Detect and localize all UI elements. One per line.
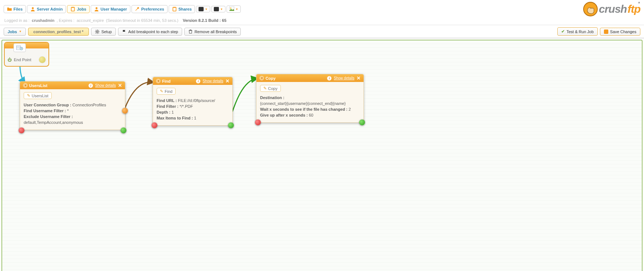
pencil-icon: ✎ bbox=[263, 86, 267, 91]
jobs-dropdown-label: Jobs bbox=[8, 30, 17, 34]
kv-val: */*.PDF bbox=[180, 104, 193, 109]
nav-server-admin[interactable]: Server Admin bbox=[27, 5, 66, 13]
close-icon[interactable]: ✕ bbox=[118, 83, 122, 88]
show-details-link[interactable]: Show details bbox=[334, 76, 354, 80]
kv-key: Find URL : bbox=[157, 98, 177, 103]
nav-files[interactable]: Files bbox=[4, 5, 26, 13]
nav-preferences[interactable]: Preferences bbox=[131, 5, 168, 13]
setup-button[interactable]: Setup bbox=[91, 28, 116, 36]
nav-jobs-label: Jobs bbox=[77, 7, 86, 11]
kv-key: Find Filter : bbox=[157, 104, 178, 109]
wrench-icon bbox=[135, 7, 140, 12]
gear-icon bbox=[95, 30, 99, 34]
add-breakpoint-button[interactable]: Add breakpoint to each step bbox=[118, 28, 182, 36]
status-user: crushadmin bbox=[32, 18, 54, 23]
start-node[interactable]: ⏻ End Point bbox=[4, 42, 49, 67]
end-point-connector[interactable] bbox=[39, 56, 46, 63]
svg-rect-5 bbox=[173, 7, 175, 8]
collapse-icon[interactable]: ▾ bbox=[259, 76, 264, 80]
kv-val: 1 bbox=[172, 110, 174, 114]
card-userslist-title: UsersList bbox=[29, 83, 47, 88]
jobs-dropdown[interactable]: Jobs ▼ bbox=[4, 28, 26, 36]
close-icon[interactable]: ✕ bbox=[225, 78, 229, 84]
card-find[interactable]: ▾ Find i Show details ✕ ✎ Find Find URL … bbox=[153, 77, 233, 126]
person-icon bbox=[94, 7, 99, 12]
card-userslist[interactable]: ▾ UsersList i Show details ✕ ✎ UsersList… bbox=[20, 81, 125, 130]
kv-val: 60 bbox=[309, 113, 313, 117]
status-logged-prefix: Logged in as : bbox=[4, 18, 30, 23]
connector-success[interactable] bbox=[121, 127, 126, 133]
nav-shares-label: Shares bbox=[178, 7, 192, 11]
connector-fail[interactable] bbox=[152, 122, 157, 128]
kv-key: Destination : bbox=[260, 95, 284, 100]
terminal-icon bbox=[199, 7, 204, 11]
add-breakpoint-label: Add breakpoint to each step bbox=[128, 30, 178, 34]
job-toolbar: Jobs ▼ connection_profiles_test * Setup … bbox=[0, 25, 644, 38]
terminal-icon bbox=[214, 7, 219, 11]
fist-icon bbox=[583, 1, 598, 17]
collapse-icon[interactable]: ▾ bbox=[23, 83, 28, 88]
active-job-tab[interactable]: connection_profiles_test * bbox=[28, 28, 89, 36]
pencil-icon: ✎ bbox=[160, 89, 163, 94]
end-point-row[interactable]: ⏻ End Point bbox=[7, 56, 46, 64]
trash-icon bbox=[188, 30, 193, 34]
scroll-up-icon[interactable]: ▴ bbox=[638, 0, 643, 5]
kv-val: 2 bbox=[349, 107, 351, 111]
nav-terminal-1[interactable]: ▼ bbox=[196, 6, 210, 12]
card-copy-edit[interactable]: ✎ Copy bbox=[260, 85, 281, 92]
card-find-edit[interactable]: ✎ Find bbox=[157, 88, 176, 95]
nav-user-manager[interactable]: User Manager bbox=[91, 5, 130, 13]
status-expires: account_expire bbox=[76, 18, 104, 23]
top-tabs-bar: Files Server Admin Jobs User Manager Pre… bbox=[0, 0, 644, 17]
test-run-button[interactable]: ✔ Test & Run Job bbox=[557, 27, 598, 36]
kv-val: 1 bbox=[194, 116, 196, 120]
card-copy-pill-label: Copy bbox=[268, 86, 278, 91]
svg-point-3 bbox=[95, 7, 97, 9]
card-userslist-edit[interactable]: ✎ UsersList bbox=[24, 92, 52, 99]
pencil-icon: ✎ bbox=[27, 93, 30, 98]
nav-preferences-label: Preferences bbox=[141, 7, 164, 11]
connector-success[interactable] bbox=[228, 122, 234, 128]
card-userslist-body: ✎ UsersList User Connection Group : Conn… bbox=[20, 89, 125, 130]
card-userslist-header[interactable]: ▾ UsersList i Show details ✕ bbox=[20, 82, 125, 89]
nav-server-admin-label: Server Admin bbox=[37, 7, 63, 11]
connector-fail[interactable] bbox=[255, 119, 261, 125]
card-find-header[interactable]: ▾ Find i Show details ✕ bbox=[153, 77, 232, 85]
status-version: Version 8.2.1 Build : 65 bbox=[183, 18, 227, 23]
show-details-link[interactable]: Show details bbox=[203, 79, 223, 83]
connector-loop[interactable] bbox=[122, 108, 128, 114]
info-icon: i bbox=[327, 76, 331, 80]
svg-rect-2 bbox=[72, 7, 74, 8]
brand-logo: crushftp bbox=[583, 1, 640, 17]
collapse-icon[interactable]: ▾ bbox=[156, 79, 161, 83]
connector-fail[interactable] bbox=[19, 127, 24, 133]
workflow-canvas[interactable]: ⏻ End Point ▾ UsersList i Show details ✕… bbox=[1, 40, 643, 271]
show-details-link[interactable]: Show details bbox=[95, 83, 116, 87]
nav-image-dd[interactable]: ▼ bbox=[227, 5, 241, 13]
kv-key: Max Items to Find : bbox=[157, 116, 193, 120]
kv-val: FILE://d:/0ftp/source/ bbox=[178, 98, 215, 103]
nav-files-label: Files bbox=[13, 7, 23, 11]
setup-label: Setup bbox=[101, 30, 112, 34]
status-expires-prefix: , Expires : bbox=[56, 18, 74, 23]
kv-key: User Connection Group : bbox=[24, 103, 71, 107]
close-icon[interactable]: ✕ bbox=[357, 75, 361, 81]
card-copy-header[interactable]: ▾ Copy i Show details ✕ bbox=[256, 74, 364, 82]
nav-jobs[interactable]: Jobs bbox=[67, 5, 90, 13]
card-copy[interactable]: ▾ Copy i Show details ✕ ✎ Copy Destinati… bbox=[256, 74, 364, 123]
image-icon bbox=[229, 7, 234, 12]
connector-success[interactable] bbox=[359, 119, 365, 125]
save-changes-button[interactable]: Save Changes bbox=[600, 28, 640, 36]
card-userslist-pill-label: UsersList bbox=[32, 94, 48, 98]
remove-breakpoints-button[interactable]: Remove all Breakpoints bbox=[184, 28, 241, 36]
kv-key: Find Username Filter : bbox=[24, 109, 66, 113]
status-line: Logged in as : crushadmin , Expires : ac… bbox=[0, 17, 644, 25]
clipboard-icon bbox=[70, 7, 75, 12]
nav-shares[interactable]: Shares bbox=[169, 5, 195, 13]
card-find-title: Find bbox=[162, 79, 170, 83]
chevron-down-icon: ▼ bbox=[19, 30, 22, 33]
card-find-body: ✎ Find Find URL : FILE://d:/0ftp/source/… bbox=[153, 85, 232, 125]
power-icon: ⏻ bbox=[8, 58, 12, 62]
check-icon: ✔ bbox=[561, 29, 565, 34]
nav-terminal-2[interactable]: ▼ bbox=[211, 6, 225, 12]
